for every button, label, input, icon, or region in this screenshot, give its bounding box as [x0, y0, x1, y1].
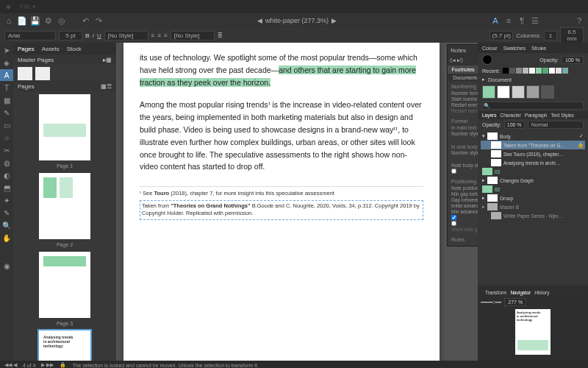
tab-swatches[interactable]: Swatches	[503, 46, 526, 51]
move-tool-icon[interactable]: ➤	[0, 44, 13, 56]
layer-group[interactable]: ▸Group	[481, 194, 585, 202]
gen-hyperlinks-check[interactable]	[451, 169, 456, 174]
canvas[interactable]: y among video-based 60% 64% ded measurem…	[116, 43, 478, 361]
tab-text-styles[interactable]: Text Styles	[551, 113, 573, 118]
align-left-icon[interactable]: ≡	[151, 32, 155, 39]
font-size[interactable]: 5 pt	[59, 31, 82, 40]
para-icon[interactable]: ¶	[516, 15, 528, 26]
restart-now-button[interactable]: Restart numbering now	[451, 108, 478, 113]
ellipse-tool-icon[interactable]: ○	[0, 132, 13, 144]
fill-tool-icon[interactable]: ◍	[0, 157, 13, 169]
page-thumb-2[interactable]	[39, 173, 90, 239]
open-icon[interactable]: 📄	[16, 15, 28, 26]
swatch[interactable]	[562, 68, 568, 74]
layer-02[interactable]: 02	[481, 185, 585, 194]
text-tool-icon[interactable]: A	[0, 69, 13, 81]
swatch[interactable]	[503, 68, 509, 74]
layer-body[interactable]: ▾Body✓	[481, 132, 585, 141]
list-icon[interactable]: ☰	[529, 15, 541, 26]
pen-tool-icon[interactable]: ✎	[0, 107, 13, 118]
bold-icon[interactable]: B	[85, 32, 90, 39]
swatch[interactable]	[516, 68, 522, 74]
master-thumb-a[interactable]	[18, 67, 32, 80]
doc-swatch[interactable]	[512, 85, 525, 99]
zoom-tool-icon[interactable]: 🔍	[0, 219, 13, 231]
layer-see-touro[interactable]: See Touro (2018), chapter…	[481, 149, 585, 158]
layer-03[interactable]: 03	[481, 167, 585, 176]
page-thumb-4[interactable]: Analysing trendsin architecturaltechnolo…	[39, 330, 90, 361]
navigator-thumb[interactable]: Analysing trendsin architecturaltechnolo…	[515, 309, 551, 355]
tab-stock[interactable]: Stock	[67, 46, 82, 52]
font-select[interactable]: Arial	[4, 31, 56, 40]
doc-swatch[interactable]	[541, 85, 554, 99]
layer-analysing[interactable]: Analysing trends in archi…	[481, 158, 585, 167]
opacity-field[interactable]: 100 %	[562, 56, 584, 64]
doc-swatch[interactable]	[497, 85, 510, 99]
fill-swatch[interactable]	[482, 54, 492, 65]
allow-split-check[interactable]	[451, 215, 456, 220]
notes-panel[interactable]: Notes≡ ▯◂▸▯⊕🗑 FootnotesSidenotesEndnotes…	[447, 44, 478, 247]
vector-tool-icon[interactable]: ✦	[0, 194, 13, 206]
swatch[interactable]	[542, 68, 548, 74]
align-center-icon[interactable]: ≡	[157, 32, 161, 39]
leading[interactable]: (5.7 pt)	[490, 31, 513, 40]
doc-swatches-label[interactable]: Document	[488, 77, 512, 82]
node-tool-icon[interactable]: ◈	[0, 57, 13, 68]
page-thumb-3[interactable]	[39, 252, 90, 318]
gear-icon[interactable]: ◎	[56, 15, 68, 26]
fill-stroke-icon[interactable]: ◉	[0, 260, 13, 272]
para-style-select[interactable]: [No Style]	[171, 31, 215, 40]
swatch[interactable]	[556, 68, 562, 74]
tab-doc-wide[interactable]: Document-wide	[448, 74, 478, 82]
tab-history[interactable]: History	[534, 290, 549, 295]
transparency-icon[interactable]: ◐	[0, 169, 13, 181]
layer-master[interactable]: ▸Master B	[481, 202, 585, 211]
shape-tool-icon[interactable]: ▭	[0, 119, 13, 131]
layer-taken-from[interactable]: Taken from "Theories on G…🔒	[481, 141, 585, 149]
prev-note-icon[interactable]: ▯◂	[450, 57, 456, 63]
swatch-search[interactable]	[482, 102, 584, 110]
tab-stroke[interactable]: Stroke	[531, 46, 546, 51]
tab-transform[interactable]: Transform	[485, 290, 506, 295]
align-right-icon[interactable]: ≡	[164, 32, 168, 39]
zoom-field[interactable]: 277 %	[504, 298, 526, 306]
page-nav-next-icon[interactable]: ▶ ▶▶	[41, 362, 54, 368]
redo-icon[interactable]: ↷	[93, 15, 104, 26]
char-style-select[interactable]: [No Style]	[104, 31, 148, 40]
doc-swatch[interactable]	[526, 85, 539, 99]
footnote-2[interactable]: Taken from "Theories on Grand Nothings" …	[140, 200, 423, 219]
crop-tool-icon[interactable]: ✂	[0, 144, 13, 156]
help-icon[interactable]: ?	[573, 15, 585, 26]
hand-tool-icon[interactable]: ✋	[0, 232, 13, 244]
swatch[interactable]	[529, 68, 535, 74]
tab-footnotes[interactable]: Footnotes	[448, 66, 478, 74]
pack-short-check[interactable]	[451, 221, 456, 226]
place-tool-icon[interactable]: ⬒	[0, 182, 13, 194]
doc-swatch[interactable]	[482, 85, 495, 99]
swatch[interactable]	[523, 68, 528, 74]
settings-icon[interactable]: ⚙	[43, 15, 54, 26]
columns-field[interactable]: 1	[544, 31, 557, 40]
layer-wps[interactable]: White Paper Series - Nijm…	[481, 211, 585, 220]
save-icon[interactable]: 💾	[29, 15, 41, 26]
table-tool-icon[interactable]: ▦	[0, 94, 13, 106]
layer-opacity-field[interactable]: 100 %	[504, 121, 525, 129]
tab-paragraph[interactable]: Paragraph	[525, 113, 547, 118]
tab-assets[interactable]: Assets	[42, 46, 60, 52]
page-thumb-1[interactable]	[39, 94, 90, 160]
layer-changes-graph[interactable]: ▸Changes Graph	[481, 176, 585, 185]
underline-icon[interactable]: U	[97, 32, 101, 39]
tab-layers[interactable]: Layers	[482, 113, 497, 118]
text-a-icon[interactable]: A	[490, 15, 501, 26]
frame-text-icon[interactable]: T	[0, 82, 13, 93]
eyedropper-icon[interactable]: ✎	[0, 207, 13, 219]
blend-mode-select[interactable]: Normal	[528, 121, 584, 129]
swatch[interactable]	[536, 68, 542, 74]
pages-toggle-icon[interactable]: ▦☰	[101, 83, 112, 90]
master-toggle-icon[interactable]: ▸▦	[103, 57, 112, 63]
italic-icon[interactable]: I	[93, 32, 94, 39]
swatch[interactable]	[509, 68, 515, 74]
master-thumb-b[interactable]	[35, 67, 50, 80]
tab-navigator[interactable]: Navigator	[510, 290, 531, 295]
gutter-field[interactable]: 6.5 mm	[560, 27, 584, 43]
